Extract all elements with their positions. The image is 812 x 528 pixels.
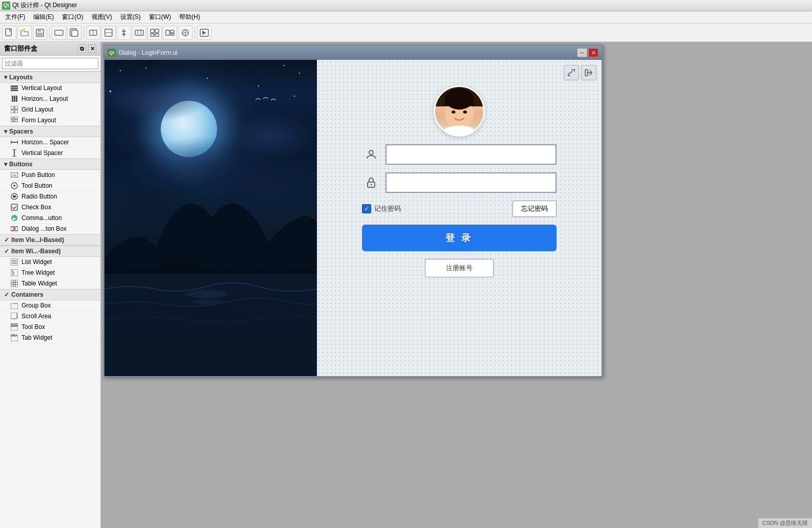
- dialog-inner: ✓ 记住密码 忘记密码 登 录 注册账号: [104, 60, 602, 376]
- spacers-collapse-icon: ▾: [4, 128, 7, 135]
- toolbar-widget7[interactable]: [178, 26, 193, 40]
- toolbar-widget4[interactable]: [132, 26, 146, 40]
- svg-text:OK: OK: [12, 174, 17, 177]
- svg-rect-50: [11, 204, 17, 210]
- sidebar-section-item-widgets: ✓ Item Wi...-Based): [0, 246, 100, 257]
- svg-rect-72: [11, 313, 17, 319]
- svg-point-86: [452, 111, 456, 114]
- svg-rect-37: [14, 120, 18, 122]
- svg-rect-3: [38, 29, 41, 32]
- dialog-minimize-btn[interactable]: ─: [577, 48, 587, 57]
- forgot-password-button[interactable]: 忘记密码: [512, 201, 557, 217]
- containers-collapse-icon: ✓: [4, 291, 9, 298]
- sidebar-item-dialog-button-box[interactable]: Dialog ...ton Box: [0, 224, 100, 234]
- register-button[interactable]: 注册账号: [425, 259, 494, 277]
- main-layout: 窗口部件盒 ⧉ ✕ ▾ Layouts Vertical Layout: [0, 42, 812, 528]
- cloud1: [104, 80, 207, 121]
- dialog-button-box-icon: [10, 225, 18, 232]
- sidebar-item-horiz-spacer[interactable]: Horizon... Spacer: [0, 137, 100, 148]
- sidebar-item-check-box[interactable]: Check Box: [0, 202, 100, 213]
- exit-btn[interactable]: [581, 65, 596, 80]
- layouts-collapse-icon: ▾: [4, 74, 7, 81]
- vert-spacer-icon: [10, 149, 18, 157]
- toolbar-sep2: [83, 27, 84, 39]
- sidebar-item-scroll-area[interactable]: Scroll Area: [0, 311, 100, 322]
- sidebar-item-form-layout[interactable]: Form Layout: [0, 115, 100, 126]
- radio-button-label: Radio Button: [22, 193, 57, 200]
- sidebar-scroll: ▾ Layouts Vertical Layout Horizon... Lay…: [0, 72, 100, 528]
- toolbar-widget1[interactable]: [86, 26, 100, 40]
- sidebar-item-command-button[interactable]: ▶ Comma...utton: [0, 213, 100, 224]
- svg-point-49: [13, 195, 16, 198]
- svg-rect-5: [55, 30, 63, 35]
- password-input[interactable]: [386, 172, 557, 193]
- check-box-icon: [10, 204, 18, 211]
- sidebar-close-btn[interactable]: ✕: [88, 45, 96, 53]
- toolbar-widget2[interactable]: [101, 26, 116, 40]
- expand-btn[interactable]: [564, 65, 579, 80]
- filter-input[interactable]: [2, 58, 98, 69]
- form-layout-icon: [10, 117, 18, 124]
- night-scene-image: [104, 60, 317, 376]
- svg-rect-31: [15, 106, 18, 109]
- sidebar-item-table-widget[interactable]: Table Widget: [0, 278, 100, 289]
- menu-help[interactable]: 帮助(H): [175, 12, 204, 23]
- toolbar-copy[interactable]: [67, 26, 81, 40]
- toolbar-new[interactable]: [2, 26, 16, 40]
- svg-rect-0: [6, 29, 11, 36]
- check-box-label: Check Box: [22, 204, 51, 211]
- group-box-label: Group Box: [22, 302, 51, 309]
- toolbar-preview[interactable]: [197, 26, 211, 40]
- sidebar-item-tool-button[interactable]: Tool Button: [0, 181, 100, 191]
- list-widget-label: List Widget: [22, 258, 52, 266]
- sidebar-item-horizontal-layout[interactable]: Horizon... Layout: [0, 94, 100, 104]
- remember-label: 记住密码: [374, 204, 401, 213]
- statusbar-text: CSDN @思络无限: [762, 520, 808, 526]
- toolbar-save[interactable]: [33, 26, 47, 40]
- command-button-icon: ▶: [10, 214, 18, 222]
- svg-point-89: [369, 150, 373, 155]
- menu-edit[interactable]: 编辑(E): [29, 12, 58, 23]
- remember-checkbox[interactable]: ✓: [362, 204, 371, 213]
- toolbar-widget3[interactable]: [117, 26, 131, 40]
- toolbar-widget5[interactable]: [147, 26, 162, 40]
- sidebar-item-tab-widget[interactable]: Tab Widget: [0, 333, 100, 343]
- menu-window2[interactable]: 窗口(W): [145, 12, 175, 23]
- content-area: Qt Dialog - LoginForm.ui ─ ✕: [101, 42, 812, 528]
- svg-rect-54: [15, 227, 18, 231]
- svg-rect-73: [17, 313, 18, 319]
- tree-widget-label: Tree Widget: [22, 269, 55, 276]
- svg-text:▶: ▶: [13, 216, 16, 221]
- toolbar-sep3: [195, 27, 195, 39]
- toolbar-open[interactable]: [17, 26, 32, 40]
- sidebar-item-tree-widget[interactable]: Tree Widget: [0, 268, 100, 278]
- remember-row: ✓ 记住密码 忘记密码: [362, 201, 557, 217]
- sidebar-item-group-box[interactable]: G Group Box: [0, 300, 100, 311]
- water: [104, 274, 317, 376]
- dialog-titlebar-left: Qt Dialog - LoginForm.ui: [108, 49, 178, 57]
- svg-rect-4: [37, 33, 42, 35]
- svg-rect-23: [170, 30, 174, 33]
- menu-view[interactable]: 视图(V): [88, 12, 116, 23]
- sidebar-item-push-button[interactable]: OK Push Button: [0, 170, 100, 181]
- grid-layout-icon: [10, 106, 18, 113]
- menu-window[interactable]: 窗口(O): [58, 12, 87, 23]
- sidebar-item-grid-layout[interactable]: Grid Layout: [0, 104, 100, 115]
- tool-button-icon: [10, 182, 18, 189]
- dialog-close-btn[interactable]: ✕: [588, 48, 599, 57]
- toolbar-cut[interactable]: [52, 26, 66, 40]
- menu-file[interactable]: 文件(F): [1, 12, 29, 23]
- username-input[interactable]: [386, 144, 557, 165]
- sidebar-item-vert-spacer[interactable]: Vertical Spacer: [0, 148, 100, 159]
- sidebar-item-tool-box[interactable]: Tool Box: [0, 322, 100, 333]
- sidebar-item-list-widget[interactable]: List Widget: [0, 257, 100, 268]
- menu-settings[interactable]: 设置(S): [116, 12, 145, 23]
- svg-point-47: [13, 185, 15, 187]
- sidebar-float-btn[interactable]: ⧉: [78, 45, 86, 53]
- toolbar-widget6[interactable]: [163, 26, 177, 40]
- sidebar-item-radio-button[interactable]: Radio Button: [0, 191, 100, 202]
- login-button[interactable]: 登 录: [362, 225, 557, 251]
- menubar: 文件(F) 编辑(E) 窗口(O) 视图(V) 设置(S) 窗口(W) 帮助(H…: [0, 11, 812, 24]
- horiz-spacer-label: Horizon... Spacer: [22, 139, 69, 146]
- sidebar-item-vertical-layout[interactable]: Vertical Layout: [0, 83, 100, 94]
